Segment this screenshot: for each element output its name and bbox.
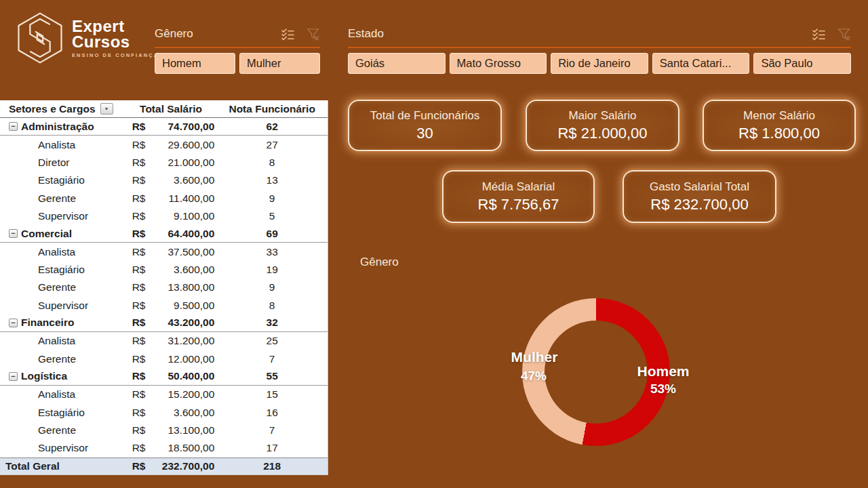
clear-filter-icon[interactable]	[306, 27, 320, 41]
salary-value: 50.400,00	[167, 370, 214, 382]
salary-value: 64.400,00	[167, 228, 214, 240]
salary-value: 13.800,00	[167, 281, 214, 293]
estado-slicer-title: Estado	[348, 27, 812, 41]
slicer-underline	[155, 47, 320, 48]
pivot-table-body: Administração R$ 74.700,00 62 Analista R…	[0, 118, 328, 475]
row-label: Analista	[21, 335, 75, 347]
slicer-option[interactable]: Homem	[155, 53, 235, 74]
table-row: Estagiário R$ 3.600,00 16	[0, 404, 328, 422]
nota-value: 7	[216, 424, 328, 436]
salary-value: 12.000,00	[167, 353, 214, 365]
currency-symbol: R$	[132, 442, 146, 454]
table-row: Diretor R$ 21.000,00 8	[0, 154, 328, 171]
salary-value: 43.200,00	[167, 317, 214, 329]
row-label: Analista	[21, 246, 75, 258]
table-row: Estagiário R$ 3.600,00 19	[0, 261, 328, 279]
dropdown-arrow-icon[interactable]	[100, 103, 113, 115]
slicer-underline	[348, 47, 851, 48]
column-header-nota: Nota Funcionário	[216, 103, 328, 115]
currency-symbol: R$	[132, 121, 146, 133]
row-label: Estagiário	[21, 264, 85, 276]
currency-symbol: R$	[132, 228, 146, 240]
row-label: Supervisor	[21, 442, 88, 454]
salary-value: 3.600,00	[174, 174, 214, 186]
pivot-table-header: Setores e Cargos Total Salário Nota Func…	[0, 100, 328, 118]
nota-value: 5	[216, 210, 328, 222]
table-row: Logística R$ 50.400,00 55	[0, 368, 328, 386]
table-row: Analista R$ 31.200,00 25	[0, 332, 328, 350]
minus-box-icon[interactable]	[9, 122, 18, 131]
slicer-option[interactable]: São Paulo	[753, 53, 851, 74]
salary-value: 3.600,00	[174, 407, 214, 419]
kpi-value: R$ 7.756,67	[478, 196, 559, 214]
salary-value: 3.600,00	[174, 264, 214, 276]
row-label: Gerente	[21, 192, 76, 205]
currency-symbol: R$	[132, 388, 146, 401]
salary-value: 18.500,00	[167, 442, 214, 454]
slicer-option[interactable]: Mulher	[239, 53, 320, 74]
table-row: Comercial R$ 64.400,00 69	[0, 225, 328, 243]
currency-symbol: R$	[132, 353, 146, 365]
nota-value: 8	[216, 300, 328, 312]
nota-value: 16	[216, 407, 328, 419]
row-label: Logística	[21, 370, 67, 382]
kpi-value: R$ 232.700,00	[650, 196, 748, 214]
nota-value: 33	[216, 246, 328, 258]
table-row: Supervisor R$ 9.500,00 8	[0, 296, 328, 314]
currency-symbol: R$	[132, 370, 146, 382]
column-header-salario: Total Salário	[125, 103, 217, 115]
nota-value: 9	[216, 281, 328, 293]
donut-chart-title: Gênero	[360, 256, 399, 269]
row-label: Analista	[21, 388, 75, 401]
currency-symbol: R$	[132, 424, 146, 436]
nota-value: 62	[216, 121, 328, 133]
clear-filter-icon[interactable]	[837, 27, 851, 41]
table-row: Gerente R$ 12.000,00 7	[0, 350, 328, 367]
currency-symbol: R$	[132, 192, 146, 205]
table-row: Financeiro R$ 43.200,00 32	[0, 314, 328, 332]
salary-value: 74.700,00	[167, 121, 214, 133]
genero-slicer-title: Gênero	[155, 27, 281, 41]
column-header-setores: Setores e Cargos	[9, 103, 96, 115]
currency-symbol: R$	[132, 317, 146, 329]
table-row: Gerente R$ 11.400,00 9	[0, 189, 328, 207]
table-row: Administração R$ 74.700,00 62	[0, 118, 328, 136]
select-all-icon[interactable]	[281, 27, 295, 41]
minus-box-icon[interactable]	[9, 229, 18, 238]
currency-symbol: R$	[132, 407, 146, 419]
slicer-option[interactable]: Goiás	[348, 53, 446, 74]
salary-value: 29.600,00	[167, 139, 214, 151]
kpi-card-maior-salario: Maior Salário R$ 21.000,00	[526, 100, 679, 151]
kpi-value: R$ 1.800,00	[738, 125, 820, 142]
row-label: Gerente	[21, 424, 76, 436]
kpi-label: Média Salarial	[482, 180, 555, 194]
select-all-icon[interactable]	[812, 27, 826, 41]
currency-symbol: R$	[132, 281, 146, 293]
kpi-label: Total de Funcionários	[370, 109, 480, 123]
nota-value: 9	[216, 192, 328, 205]
currency-symbol: R$	[132, 157, 146, 169]
kpi-card-media-salarial: Média Salarial R$ 7.756,67	[442, 170, 595, 223]
minus-box-icon[interactable]	[9, 319, 18, 327]
nota-value: 7	[216, 353, 328, 365]
kpi-label: Gasto Salarial Total	[650, 180, 749, 194]
kpi-label: Menor Salário	[743, 109, 815, 123]
currency-symbol: R$	[132, 174, 146, 186]
kpi-card-gasto-total: Gasto Salarial Total R$ 232.700,00	[623, 170, 776, 223]
currency-symbol: R$	[132, 300, 146, 312]
kpi-label: Maior Salário	[568, 109, 636, 123]
slicer-option[interactable]: Rio de Janeiro	[551, 53, 648, 74]
donut-label-mulher: Mulher	[511, 349, 558, 365]
slicer-option[interactable]: Mato Grosso	[450, 53, 547, 74]
genero-slicer: Gênero Homem Mulher	[155, 24, 320, 74]
minus-box-icon[interactable]	[9, 372, 18, 381]
row-label: Supervisor	[21, 300, 88, 312]
table-row: Supervisor R$ 9.100,00 5	[0, 207, 328, 225]
currency-symbol: R$	[132, 246, 146, 258]
nota-value: 25	[216, 335, 328, 347]
slicer-option[interactable]: Santa Catari...	[652, 53, 750, 74]
row-label: Analista	[21, 139, 75, 151]
kpi-value: 30	[416, 125, 433, 142]
salary-value: 9.100,00	[174, 210, 214, 222]
table-row: Gerente R$ 13.800,00 9	[0, 279, 328, 296]
